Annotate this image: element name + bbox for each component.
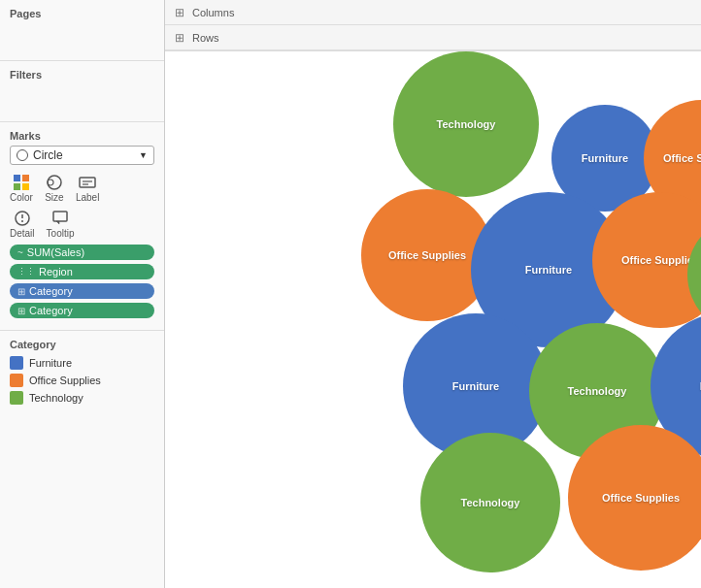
rows-shelf: ⊞ Rows (165, 25, 701, 50)
legend-furniture: Furniture (10, 356, 154, 370)
bubble-12[interactable]: Office Supplies (568, 425, 701, 571)
legend-technology: Technology (10, 391, 154, 405)
technology-color-swatch (10, 391, 23, 405)
label-button[interactable]: Label (76, 173, 99, 203)
category2-icon: ⊞ (17, 306, 25, 316)
detail-button[interactable]: Detail (10, 209, 35, 239)
bubble-label-9: Technology (564, 380, 631, 402)
bubble-label-3: Office Supplies (659, 147, 701, 169)
category1-pill[interactable]: ⊞ Category (10, 283, 154, 299)
size-label: Size (45, 192, 63, 203)
furniture-color-swatch (10, 356, 23, 370)
pages-body (10, 23, 154, 52)
filters-section: Filters (0, 61, 164, 122)
color-button[interactable]: Color (10, 173, 33, 203)
size-icon (45, 173, 64, 192)
color-label: Color (10, 192, 33, 203)
bubble-label-1: Technology (433, 114, 500, 135)
filters-title: Filters (10, 69, 154, 81)
category2-label: Category (29, 305, 73, 316)
bubble-1[interactable]: Technology (393, 51, 539, 197)
size-button[interactable]: Size (45, 173, 64, 203)
marks-section: Marks Circle ▼ Color (0, 122, 164, 331)
sum-icon: ~ (17, 247, 23, 258)
legend-section: Category Furniture Office Supplies Techn… (0, 331, 164, 416)
shelves-bar: ⊞ Columns ⊞ Rows (165, 0, 701, 51)
pages-section: Pages (0, 0, 164, 61)
office-supplies-color-swatch (10, 374, 23, 387)
legend-office-supplies: Office Supplies (10, 374, 154, 387)
bubble-label-5: Furniture (521, 259, 576, 280)
office-supplies-label: Office Supplies (29, 375, 101, 386)
chevron-down-icon: ▼ (139, 150, 148, 160)
svg-rect-12 (53, 212, 67, 221)
columns-icon: ⊞ (175, 6, 184, 19)
svg-rect-2 (14, 183, 20, 190)
category1-label: Category (29, 285, 73, 297)
category1-icon: ⊞ (17, 286, 25, 297)
marks-title: Marks (10, 130, 154, 142)
bubble-label-2: Furniture (578, 147, 632, 169)
bubble-label-12: Office Supplies (598, 487, 684, 508)
category2-pill[interactable]: ⊞ Category (10, 303, 154, 318)
region-label: Region (39, 266, 73, 278)
tooltip-icon (50, 209, 70, 228)
svg-rect-0 (14, 175, 20, 181)
pages-title: Pages (10, 8, 154, 19)
left-panel: Pages Filters Marks Circle ▼ (0, 0, 165, 588)
right-panel: ⊞ Columns ⊞ Rows TechnologyFurnitureOffi… (165, 0, 701, 588)
marks-icons-row2: Detail Tooltip (10, 209, 154, 239)
svg-rect-6 (80, 178, 95, 187)
rows-icon: ⊞ (175, 31, 184, 45)
columns-shelf: ⊞ Columns (165, 0, 701, 25)
chart-area: TechnologyFurnitureOffice SuppliesOffice… (165, 51, 701, 588)
tooltip-label: Tooltip (47, 228, 75, 239)
svg-point-4 (48, 176, 61, 189)
circle-mark-icon (17, 149, 28, 161)
region-icon: ⋮⋮ (17, 267, 35, 277)
legend-title: Category (10, 339, 154, 350)
svg-point-11 (21, 220, 23, 222)
bubble-chart: TechnologyFurnitureOffice SuppliesOffice… (165, 51, 701, 588)
technology-label: Technology (29, 392, 83, 404)
filters-body (10, 84, 154, 114)
bubble-label-11: Technology (457, 492, 524, 513)
region-pill[interactable]: ⋮⋮ Region (10, 264, 154, 279)
bubble-label-4: Office Supplies (384, 245, 470, 266)
marks-icons-row1: Color Size (10, 173, 154, 203)
svg-rect-3 (22, 183, 29, 190)
marks-type-label: Circle (33, 148, 63, 162)
rows-label: Rows (192, 32, 219, 44)
marks-type-dropdown[interactable]: Circle ▼ (10, 146, 154, 165)
detail-icon (13, 209, 32, 228)
sum-sales-label: SUM(Sales) (27, 246, 84, 258)
bubble-label-10: Furniture (696, 376, 701, 397)
svg-rect-1 (22, 175, 29, 181)
color-icon (12, 173, 31, 192)
tooltip-button[interactable]: Tooltip (47, 209, 75, 239)
label-label: Label (76, 192, 99, 203)
bubble-11[interactable]: Technology (420, 433, 560, 572)
svg-point-5 (48, 180, 53, 185)
svg-marker-13 (56, 221, 59, 224)
furniture-label: Furniture (29, 357, 72, 369)
detail-label: Detail (10, 228, 35, 239)
sum-sales-pill[interactable]: ~ SUM(Sales) (10, 245, 154, 260)
bubble-label-8: Furniture (449, 376, 503, 397)
columns-label: Columns (192, 7, 234, 18)
label-icon (78, 173, 97, 192)
